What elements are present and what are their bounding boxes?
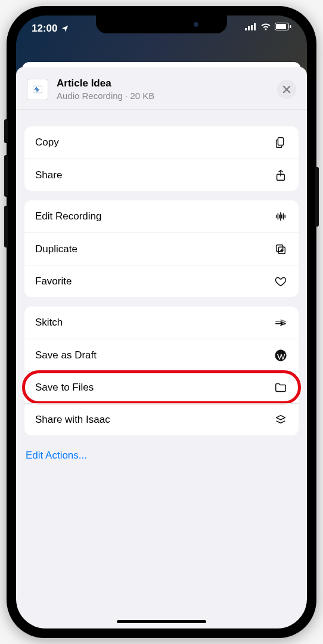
folder-icon — [274, 380, 288, 395]
screen: 12:00 Article Idea Audio Recording · 20 … — [16, 16, 307, 628]
action-copy[interactable]: Copy — [24, 126, 299, 159]
action-label: Duplicate — [35, 243, 77, 255]
wordpress-icon — [274, 348, 288, 363]
side-button — [4, 119, 8, 143]
volume-up-button — [4, 155, 8, 197]
location-icon — [61, 24, 69, 33]
close-icon — [282, 85, 291, 94]
status-time: 12:00 — [32, 23, 57, 35]
cellular-icon — [245, 23, 257, 30]
share-sheet: Article Idea Audio Recording · 20 KB Cop… — [16, 67, 307, 628]
sheet-header: Article Idea Audio Recording · 20 KB — [16, 67, 307, 110]
action-save-to-files[interactable]: Save to Files — [24, 371, 299, 403]
svg-rect-3 — [254, 23, 256, 30]
status-left: 12:00 — [32, 23, 69, 35]
phone-frame: 12:00 Article Idea Audio Recording · 20 … — [7, 6, 316, 638]
action-share-with-isaac[interactable]: Share with Isaac — [24, 403, 299, 435]
action-label: Skitch — [35, 317, 63, 329]
action-label: Copy — [35, 137, 59, 148]
file-subtitle: Audio Recording · 20 KB — [57, 91, 269, 101]
action-label: Save to Files — [35, 382, 94, 394]
skitch-arrow-icon — [274, 315, 288, 330]
action-group-2: Edit Recording Duplicate Favorite — [24, 200, 299, 297]
action-duplicate[interactable]: Duplicate — [24, 233, 299, 265]
svg-rect-2 — [251, 25, 253, 30]
wifi-icon — [260, 23, 271, 30]
action-label: Share — [35, 169, 62, 181]
action-label: Share with Isaac — [35, 414, 110, 426]
notch — [96, 16, 227, 33]
action-favorite[interactable]: Favorite — [24, 265, 299, 297]
action-groups: Copy Share Edit Recording — [16, 110, 307, 466]
svg-rect-0 — [245, 28, 247, 30]
home-indicator[interactable] — [117, 620, 206, 623]
action-share[interactable]: Share — [24, 159, 299, 191]
svg-rect-1 — [248, 26, 250, 30]
waveform-icon — [274, 209, 288, 224]
sheet-header-text: Article Idea Audio Recording · 20 KB — [57, 78, 269, 101]
layers-icon — [274, 413, 288, 427]
edit-actions-link[interactable]: Edit Actions... — [24, 445, 299, 466]
status-right — [245, 23, 291, 30]
audio-file-icon — [27, 79, 48, 100]
action-group-1: Copy Share — [24, 126, 299, 191]
power-button — [315, 167, 319, 227]
close-button[interactable] — [277, 80, 296, 99]
action-label: Favorite — [35, 275, 72, 287]
battery-icon — [275, 23, 291, 30]
file-title: Article Idea — [57, 78, 269, 89]
action-edit-recording[interactable]: Edit Recording — [24, 200, 299, 233]
volume-down-button — [4, 206, 8, 247]
svg-rect-6 — [290, 25, 291, 28]
action-label: Save as Draft — [35, 349, 97, 361]
action-save-as-draft[interactable]: Save as Draft — [24, 339, 299, 371]
action-skitch[interactable]: Skitch — [24, 306, 299, 339]
svg-rect-5 — [276, 24, 286, 29]
share-icon — [274, 168, 288, 182]
duplicate-icon — [274, 242, 288, 256]
edit-actions-label: Edit Actions... — [26, 450, 87, 461]
action-group-3: Skitch Save as Draft Save to Files — [24, 306, 299, 435]
action-label: Edit Recording — [35, 210, 102, 222]
copy-icon — [274, 135, 288, 150]
heart-icon — [274, 274, 288, 289]
